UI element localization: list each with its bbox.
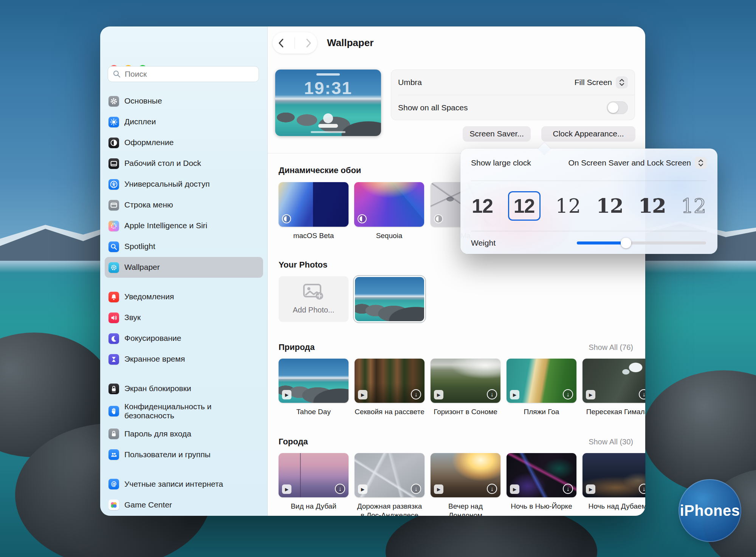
tile-label: Дорожная развязка в Лос-Анджелесе (355, 502, 424, 516)
play-icon: ▶ (510, 390, 519, 399)
show-all-spaces-toggle[interactable] (607, 101, 628, 114)
wallpaper-tile-goa[interactable]: ▶↓ Пляжи Гоа (507, 359, 576, 416)
thumbnail: ▶↓ (582, 453, 645, 497)
download-icon[interactable]: ↓ (563, 484, 573, 494)
play-icon: ▶ (434, 484, 443, 494)
tile-label: Секвойя на рассвете (355, 407, 424, 416)
wallpaper-tile-dubai-day[interactable]: ▶↓ Вид на Дубай (279, 453, 349, 511)
wallpaper-tile-sonoma[interactable]: ▶↓ Горизонт в Сономе (431, 359, 500, 416)
sidebar-item-menu-bar[interactable]: Строка меню (105, 195, 263, 215)
sidebar-item-accessibility[interactable]: Универсальный доступ (105, 174, 263, 195)
sidebar-item-label: Spotlight (124, 242, 155, 251)
clock-style-option-5[interactable]: 12 (639, 196, 666, 216)
sidebar-item-focus[interactable]: Фокусирование (105, 328, 263, 349)
tile-label: Ночь в Нью-Йорке (507, 502, 576, 511)
sidebar-item-sound[interactable]: Звук (105, 307, 263, 328)
sidebar-item-label: Звук (124, 313, 141, 322)
weight-slider[interactable] (577, 241, 706, 244)
tile-label: Sequoia (354, 231, 424, 240)
preview-clock: 19:31 (275, 78, 381, 98)
download-icon[interactable]: ↓ (411, 484, 421, 494)
search-input[interactable] (108, 66, 259, 82)
sidebar-item-users-groups[interactable]: Пользователи и группы (105, 444, 263, 465)
section-title-your-photos: Your Photos (279, 260, 327, 270)
wallpaper-tile-sequoia[interactable]: Sequoia (354, 182, 424, 240)
download-icon[interactable]: ↓ (487, 484, 497, 494)
thumbnail (355, 277, 424, 321)
sidebar-item-displays[interactable]: Дисплеи (105, 111, 263, 132)
section-title-cities: Города (279, 437, 308, 447)
show-all-spaces-label: Show on all Spaces (398, 103, 468, 112)
sidebar-item-label: Wallpaper (124, 263, 160, 272)
cities-show-all-link[interactable]: Show All (30) (589, 438, 633, 446)
wallpaper-preview[interactable]: 19:31 (275, 70, 381, 136)
sidebar-item-general[interactable]: Основные (105, 91, 263, 111)
dynamic-wallpaper-icon (358, 214, 367, 223)
lock-icon (108, 384, 119, 394)
nature-show-all-link[interactable]: Show All (76) (589, 343, 633, 352)
sidebar-group-gap (105, 465, 263, 473)
sidebar-item-notifications[interactable]: Уведомления (105, 286, 263, 307)
clock-style-option-3[interactable]: 12 (555, 196, 581, 216)
wallpaper-tile-tahoe-day[interactable]: ▶ Tahoe Day (279, 359, 349, 416)
wallpaper-tile-la-interchange[interactable]: ▶↓ Дорожная развязка в Лос-Анджелесе (355, 453, 424, 516)
wallpaper-flower-icon (108, 262, 119, 273)
sidebar-item-desktop-dock[interactable]: Рабочий стол и Dock (105, 153, 263, 174)
sidebar-item-appearance[interactable]: Оформление (105, 132, 263, 153)
back-button[interactable] (277, 37, 285, 49)
download-icon[interactable]: ↓ (563, 389, 573, 399)
wallpaper-tile-himalaya[interactable]: ▶↓ Пересекая Гимала (582, 359, 645, 416)
wallpaper-tile-ny-night[interactable]: ▶↓ Ночь в Нью-Йорке (507, 453, 576, 511)
weight-label: Weight (471, 238, 496, 248)
clock-style-option-2-selected[interactable]: 12 (508, 191, 541, 221)
add-photo-icon (303, 284, 324, 300)
contrast-icon (108, 138, 119, 148)
sidebar-item-label: Фокусирование (124, 334, 181, 343)
sidebar-item-apple-intelligence[interactable]: Apple Intelligence и Siri (105, 215, 263, 236)
fill-mode-select[interactable]: Fill Screen (575, 76, 628, 88)
sidebar-item-wallpaper[interactable]: Wallpaper (105, 257, 263, 278)
sidebar-item-internet-accounts[interactable]: @ Учетные записи интернета (105, 473, 263, 494)
sidebar-item-privacy-security[interactable]: Конфиденциальность и безопасность (105, 399, 263, 423)
download-icon[interactable]: ↓ (411, 389, 421, 399)
divider (294, 37, 295, 49)
clock-style-option-4[interactable]: 12 (596, 196, 623, 216)
add-photo-tile[interactable]: Add Photo... (279, 276, 349, 322)
wallpaper-tile-dubai-night[interactable]: ▶↓ Ночь над Дубаем (582, 453, 645, 511)
wallpaper-tile-london-evening[interactable]: ▶↓ Вечер над Лондоном (431, 453, 500, 516)
sidebar-item-game-center[interactable]: Game Center (105, 494, 263, 515)
screen-saver-button[interactable]: Screen Saver... (463, 126, 531, 141)
show-large-clock-select[interactable]: On Screen Saver and Lock Screen (568, 157, 707, 169)
content-pane: Wallpaper 19:31 Umbra Fill Screen (268, 26, 645, 516)
sidebar: Основные Дисплеи Оформление Рабочий стол… (100, 26, 268, 516)
download-icon[interactable]: ↓ (639, 389, 645, 399)
dynamic-wallpaper-icon (282, 214, 291, 223)
system-settings-window: Основные Дисплеи Оформление Рабочий стол… (100, 26, 645, 516)
download-icon[interactable]: ↓ (487, 389, 497, 399)
fill-mode-value: Fill Screen (575, 78, 612, 87)
hand-icon (108, 406, 119, 416)
clock-style-option-1[interactable]: 12 (472, 196, 493, 216)
wallpaper-tile-sequoia-dawn[interactable]: ▶↓ Секвойя на рассвете (355, 359, 424, 416)
clock-digits: 12 (514, 195, 535, 217)
slider-knob[interactable] (621, 238, 631, 248)
forward-button[interactable] (304, 37, 313, 49)
wallpaper-tile-macos-beta[interactable]: macOS Beta (279, 182, 349, 240)
clock-appearance-button[interactable]: Clock Appearance... (541, 126, 635, 141)
users-icon (108, 449, 119, 460)
your-photo-tile-selected[interactable] (355, 277, 425, 321)
download-icon[interactable]: ↓ (335, 484, 345, 494)
preview-notch (316, 73, 340, 76)
sidebar-item-lock-screen[interactable]: Экран блокировки (105, 378, 263, 399)
sidebar-item-screen-time[interactable]: Экранное время (105, 349, 263, 370)
menubar-icon (108, 200, 119, 210)
slider-fill (577, 241, 626, 244)
preview-avatar-base (318, 124, 338, 128)
sidebar-item-spotlight[interactable]: Spotlight (105, 236, 263, 257)
section-title-nature: Природа (279, 342, 315, 352)
sidebar-item-login-password[interactable]: Пароль для входа (105, 423, 263, 444)
clock-style-option-6[interactable]: 12 (681, 196, 706, 216)
play-icon: ▶ (358, 484, 367, 494)
download-icon[interactable]: ↓ (639, 484, 645, 494)
add-photo-label: Add Photo... (293, 306, 334, 314)
